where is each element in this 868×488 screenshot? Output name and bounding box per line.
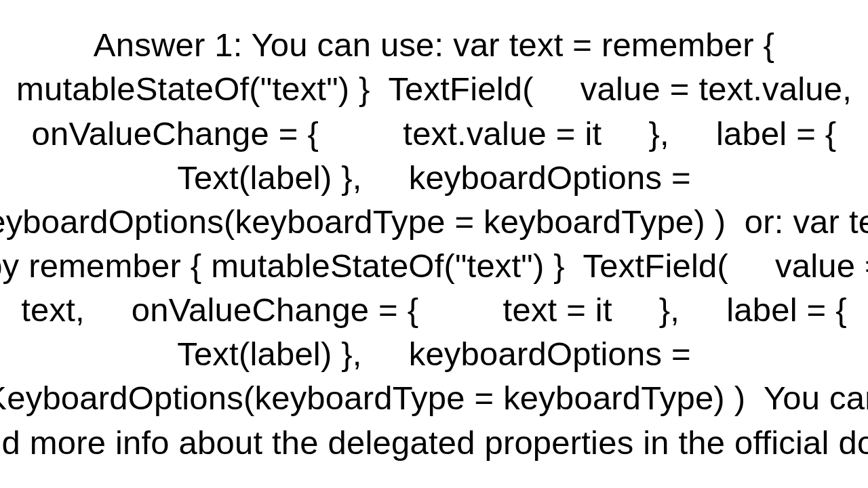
answer-text: Answer 1: You can use: var text = rememb…: [0, 23, 868, 465]
